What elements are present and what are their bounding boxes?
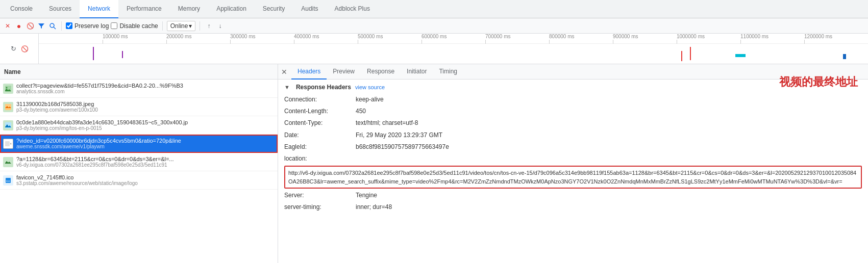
file-item-4[interactable]: ?video_id=v0200fc60000br6djdn3cp5c4cvs5b… [0,135,278,153]
file-domain-1: analytics.snssdk.com [16,89,183,94]
separator-3 [200,21,200,31]
ruler-mark-7: 700000 ms [485,34,510,39]
ruler-mark-3: 300000 ms [230,34,255,39]
details-tab-headers[interactable]: Headers [291,64,327,80]
file-text-5: ?a=1128&br=6345&bt=2115&cr=0&cs=0&dr=0&d… [16,156,174,168]
header-value-server-timing: inner; dur=48 [356,202,862,212]
ruler-mark-11: 1100000 ms [740,34,768,39]
tab-bar: Console Sources Network Performance Memo… [0,0,868,18]
tab-network[interactable]: Network [80,0,118,18]
file-icon-1 [3,84,13,94]
timeline-ruler: ↻ 🚫 100000 ms 200000 ms 300000 ms 400000… [0,34,868,64]
preserve-log-label[interactable]: Preserve log [66,22,109,30]
tab-adblock[interactable]: Adblock Plus [327,0,378,18]
disable-cache-checkbox[interactable] [111,22,117,29]
header-row-location: location: http://v6-dy.ixigua.com/07302a… [284,154,862,189]
timeline-bars [39,44,868,64]
ruler-mark-12: 1200000 ms [804,34,832,39]
header-name-eagleid: EagleId: [284,142,356,152]
toolbar: ✕ ● 🚫 Preserve log Disable cache Online … [0,18,868,34]
ruler-mark-9: 900000 ms [613,34,638,39]
header-value-eagleid: b68c8f981590757589775663497e [356,142,862,152]
file-item-6[interactable]: ico favicon_v2_7145ff0.ico s3.pstatp.com… [0,171,278,190]
record-button[interactable]: ● [14,21,23,31]
file-icon-6: ico [3,175,13,186]
tab-security[interactable]: Security [255,0,293,18]
tab-performance[interactable]: Performance [118,0,170,18]
file-domain-5: v6-dy.ixigua.com/07302a2681ee295c8f7baf5… [16,162,174,168]
header-value-connection: keep-alive [356,95,862,104]
header-name-server-timing: server-timing: [284,202,356,212]
file-item-2[interactable]: 311390002b168d7585038.jpeg p3-dy.byteimg… [0,98,278,116]
file-list-items[interactable]: collect?t=pageview&tid=fe557d1f75199e&ci… [0,80,278,263]
no-entry-button[interactable]: 🚫 [20,44,30,54]
details-tab-preview[interactable]: Preview [327,64,361,80]
download-button[interactable]: ↓ [215,21,225,31]
separator-2 [162,21,163,31]
location-value-box: http://v6-dy.ixigua.com/07302a2681ee295c… [284,166,862,189]
search-button[interactable] [48,21,57,31]
online-dropdown[interactable]: Online ▾ [167,21,196,31]
ruler-mark-5: 500000 ms [358,34,383,39]
tab-application[interactable]: Application [208,0,255,18]
tab-sources[interactable]: Sources [41,0,80,18]
view-source-link[interactable]: view source [355,84,385,90]
refresh-button[interactable]: ↻ [9,44,18,54]
file-item-3[interactable]: 0c0de1a880eb44dcab39fa3de14c6630_1590483… [0,116,278,135]
details-panel: 视频的最终地址 ✕ Headers Preview Response Initi… [278,64,868,263]
header-value-server: Tengine [356,191,862,200]
details-content[interactable]: ▼ Response Headers view source Connectio… [278,80,868,263]
timeline-gutter: ↻ 🚫 [0,34,39,64]
ruler-mark-8: 800000 ms [549,34,574,39]
file-item-5[interactable]: ?a=1128&br=6345&bt=2115&cr=0&cs=0&dr=0&d… [0,153,278,171]
file-icon-5 [3,157,13,167]
response-headers-section: ▼ Response Headers view source [284,84,862,91]
disable-cache-label[interactable]: Disable cache [111,22,158,30]
header-name-content-length: Content-Length: [284,107,356,116]
details-tab-timing[interactable]: Timing [433,64,463,80]
header-name-content-type: Content-Type: [284,118,356,128]
separator-1 [61,21,62,31]
timeline-bar-6 [843,54,846,59]
header-row-content-type: Content-Type: text/html; charset=utf-8 [284,118,862,128]
tab-console[interactable]: Console [2,0,41,18]
svg-point-0 [50,23,54,28]
preserve-log-checkbox[interactable] [66,22,72,29]
file-item-1[interactable]: collect?t=pageview&tid=fe557d1f75199e&ci… [0,80,278,98]
details-tab-initiator[interactable]: Initiator [401,64,433,80]
file-icon-2 [3,102,13,112]
no-record-button[interactable]: 🚫 [26,21,35,31]
file-url-3: 0c0de1a880eb44dcab39fa3de14c6630_1590483… [16,119,188,125]
file-text-3: 0c0de1a880eb44dcab39fa3de14c6630_1590483… [16,119,188,131]
header-value-date: Fri, 29 May 2020 13:29:37 GMT [356,130,862,140]
file-url-6: favicon_v2_7145ff0.ico [16,174,138,180]
file-list-panel: Name collect?t=pageview&tid=fe557d1f7519… [0,64,278,263]
file-url-2: 311390002b168d7585038.jpeg [16,101,98,107]
file-domain-6: s3.pstatp.com/aweme/resource/web/static/… [16,180,138,186]
svg-text:ico: ico [6,179,10,182]
header-name-location: location: [284,154,862,164]
svg-point-3 [6,87,8,88]
ruler-mark-10: 1000000 ms [677,34,705,39]
tab-memory[interactable]: Memory [170,0,208,18]
file-text-2: 311390002b168d7585038.jpeg p3-dy.byteimg… [16,101,98,113]
header-name-date: Date: [284,130,356,140]
svg-rect-6 [5,141,10,146]
upload-button[interactable]: ↑ [204,21,213,31]
tab-audits[interactable]: Audits [293,0,326,18]
stop-button[interactable]: ✕ [3,21,12,31]
header-value-content-length: 450 [356,107,862,116]
file-url-1: collect?t=pageview&tid=fe557d1f75199e&ci… [16,83,183,89]
details-tab-response[interactable]: Response [361,64,401,80]
timeline-area[interactable]: 100000 ms 200000 ms 300000 ms 400000 ms … [39,34,868,64]
details-close-button[interactable]: ✕ [281,68,287,76]
preserve-log-text: Preserve log [75,22,109,30]
file-text-4: ?video_id=v0200fc60000br6djdn3cp5c4cvs5b… [16,138,181,149]
ruler-mark-2: 200000 ms [166,34,191,39]
header-row-content-length: Content-Length: 450 [284,107,862,116]
timeline-bar-1 [93,47,94,60]
filter-button[interactable] [37,21,46,31]
response-headers-title: Response Headers [296,84,351,91]
svg-rect-5 [5,122,11,128]
name-column-header: Name [4,68,21,75]
